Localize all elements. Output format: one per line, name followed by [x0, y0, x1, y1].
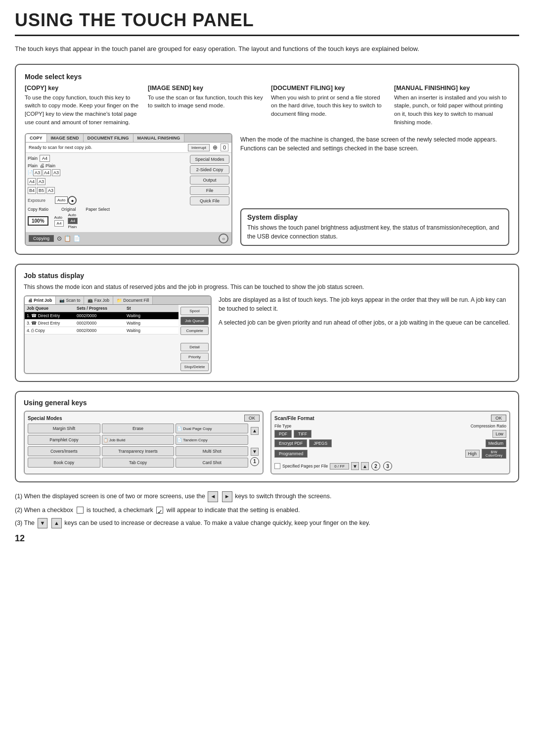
job-status-desc: This shows the mode icon and status of r…	[24, 284, 510, 290]
gk-panel2-header: Scan/File Format OK	[274, 415, 506, 422]
gk-tab-copy-btn[interactable]: Tab Copy	[102, 458, 175, 468]
system-display-desc: This shows the touch panel brightness ad…	[247, 223, 502, 241]
gk-checkbox[interactable]	[274, 463, 280, 469]
tp-circle-btn[interactable]: ●	[68, 196, 77, 205]
gk-transparency-btn[interactable]: Transparency Inserts	[102, 446, 175, 456]
job-row-1[interactable]: 1. ☎ Direct Entry 0002/0000 Waiting	[25, 312, 178, 320]
gk-dual-page-btn[interactable]: 📄Dual Page Copy	[176, 424, 248, 433]
tp-icon2: 📋	[64, 235, 71, 242]
gk-panel1-header: Special Modes OK	[28, 415, 260, 422]
job-complete-btn[interactable]: Complete	[180, 327, 209, 335]
gk-pamphlet-btn[interactable]: Pamphlet Copy	[28, 435, 100, 445]
gk-pages-down-arrow[interactable]: ▼	[351, 462, 359, 470]
tp-a3b: A3	[52, 169, 60, 176]
notes-section: (1) When the displayed screen is one of …	[15, 491, 519, 528]
gk-covers-btn[interactable]: Covers/Inserts	[28, 446, 100, 456]
gk-side-arrows: ▲ ▼ 1	[250, 424, 260, 469]
general-keys-box: Using general keys Special Modes OK Marg…	[15, 391, 519, 482]
job-detail-btn[interactable]: Detail	[180, 343, 209, 351]
gk-panel1-grid: Margin Shift Erase 📄Dual Page Copy Pamph…	[28, 424, 248, 468]
tp-2sided-btn[interactable]: 2-Sided Copy	[190, 165, 229, 174]
job-queue-btn[interactable]: Job Queue	[180, 317, 209, 325]
tp-tab-document-filing[interactable]: DOCUMENT FILING	[84, 134, 134, 142]
tp-a3: A3	[33, 169, 42, 176]
gk-multishot-btn[interactable]: Multi Shot	[176, 446, 248, 456]
tp-file-btn[interactable]: File	[190, 186, 229, 195]
job-tab-print[interactable]: 🖨 Print Job	[25, 296, 56, 304]
note1-start: (1) When the displayed screen is one of …	[15, 493, 205, 500]
job-row1-progress: 0002/0000	[77, 313, 127, 318]
tp-tab-image-send[interactable]: IMAGE SEND	[47, 134, 84, 142]
gk-bw-color-btn[interactable]: B/W Color/Grey	[482, 449, 506, 459]
gk-file-type-row2: Encrypt PDF JPEGS Medium	[274, 439, 506, 447]
gk-panel1-ok-btn[interactable]: OK	[244, 415, 260, 422]
tp-ratio-display[interactable]: 100%	[28, 216, 48, 226]
gk-tiff-btn[interactable]: TIFF	[294, 430, 312, 438]
job-tab-fax[interactable]: 📠 Fax Job	[84, 296, 113, 304]
gk-pages-value: 0 / FF	[330, 463, 349, 470]
tp-nav-circle[interactable]: ○	[219, 234, 228, 243]
job-tab-scan[interactable]: 📷 Scan to	[56, 296, 84, 304]
job-row-2[interactable]: 3. ☎ Direct Entry 0002/0000 Waiting	[25, 320, 178, 327]
main-content-box: Mode select keys [COPY] key To use the c…	[15, 64, 519, 255]
gk-down-arrow[interactable]: ▼	[251, 448, 259, 456]
tp-icon-paper: 📄	[28, 170, 33, 175]
job-row-3[interactable]: 4. ⎙ Copy 0002/0000 Waiting	[25, 327, 178, 334]
job-stop-delete-btn[interactable]: Stop/Delete	[180, 363, 209, 371]
gk-pdf-btn[interactable]: PDF	[274, 430, 292, 438]
copy-key-name: [COPY] key	[25, 85, 140, 92]
tp-counter-icon: ⊕	[213, 144, 218, 151]
gk-panel2-ok-btn[interactable]: OK	[491, 415, 506, 422]
gk-circled-2: 2	[371, 462, 380, 471]
note-2: (2) When a checkbox is touched, a checkm…	[15, 505, 519, 515]
tp-bottom-labels: Copy Ratio Original Paper Select	[28, 207, 188, 212]
tp-a4: A4	[43, 169, 51, 176]
gk-tandem-btn[interactable]: 📄Tandem Copy	[176, 435, 248, 445]
gk-panel1-title: Special Modes	[28, 416, 62, 421]
tp-tab-manual-finishing[interactable]: MANUAL FINISHING	[134, 134, 185, 142]
job-tab-doc[interactable]: 📁 Document Fill	[113, 296, 153, 304]
tp-paper-row2: Plain 🖨 Plain	[28, 163, 188, 168]
gk-card-shot-btn[interactable]: Card Shot	[176, 458, 248, 468]
note-1: (1) When the displayed screen is one of …	[15, 491, 519, 502]
job-row2-status: Waiting	[127, 321, 177, 326]
tp-body: Plain A4 Plain 🖨 Plain 📄 A3	[26, 153, 231, 232]
mode-keys-title: Mode select keys	[25, 73, 509, 81]
document-filing-key-name: [DOCUMENT FILING] key	[271, 85, 386, 92]
job-status-box: Job status display This shows the mode i…	[15, 264, 519, 382]
page-title: USING THE TOUCH PANEL	[15, 10, 519, 36]
gk-margin-shift-btn[interactable]: Margin Shift	[28, 424, 100, 433]
tp-status-text: Ready to scan for next copy job.	[29, 145, 92, 150]
gk-low-btn[interactable]: Low	[492, 430, 506, 438]
tp-paper-select-label: Paper Select	[86, 207, 110, 212]
tp-paper-row1: Plain A4	[28, 155, 188, 162]
job-status-title: Job status display	[24, 272, 510, 280]
tp-special-modes-btn[interactable]: Special Modes	[190, 155, 229, 164]
tp-output-btn[interactable]: Output	[190, 176, 229, 185]
gk-pages-up-arrow[interactable]: ▲	[361, 462, 369, 470]
gk-high-btn[interactable]: High	[465, 450, 480, 458]
gk-book-copy-btn[interactable]: Book Copy	[28, 458, 100, 468]
intro-text: The touch keys that appear in the touch …	[15, 44, 519, 54]
tp-values-row: 100% Auto A4 Auto A4 Plain	[28, 213, 188, 229]
gk-job-build-btn[interactable]: 📋Job Build	[102, 435, 175, 445]
tp-status-icons: ⊙ 📋 📄	[57, 235, 81, 242]
gk-programmed-btn[interactable]: Programmed	[274, 450, 308, 458]
tp-interrupt-button[interactable]: Interrupt	[188, 144, 210, 151]
job-priority-btn[interactable]: Priority	[180, 353, 209, 361]
note-3: (3) The ▼ ▲ keys can be used to increase…	[15, 518, 519, 529]
gk-erase-btn[interactable]: Erase	[102, 424, 175, 433]
tp-b5: B5	[37, 187, 45, 194]
job-spool-btn[interactable]: Spool	[180, 307, 209, 315]
tp-paper-size1: A4	[40, 155, 50, 162]
gk-encrypt-pdf-btn[interactable]: Encrypt PDF	[274, 439, 307, 447]
general-keys-panels: Special Modes OK Margin Shift Erase 📄Dua…	[24, 411, 510, 474]
tp-exposure-value: Auto	[55, 196, 68, 204]
tp-tab-copy[interactable]: COPY	[26, 134, 47, 142]
tp-quick-file-btn[interactable]: Quick File	[190, 196, 229, 205]
gk-up-arrow[interactable]: ▲	[251, 427, 259, 435]
note3-start: (3) The	[15, 520, 35, 526]
gk-jpeg-btn[interactable]: JPEGS	[309, 439, 332, 447]
system-display-title: System display	[247, 213, 502, 221]
gk-medium-btn[interactable]: Medium	[486, 439, 506, 447]
